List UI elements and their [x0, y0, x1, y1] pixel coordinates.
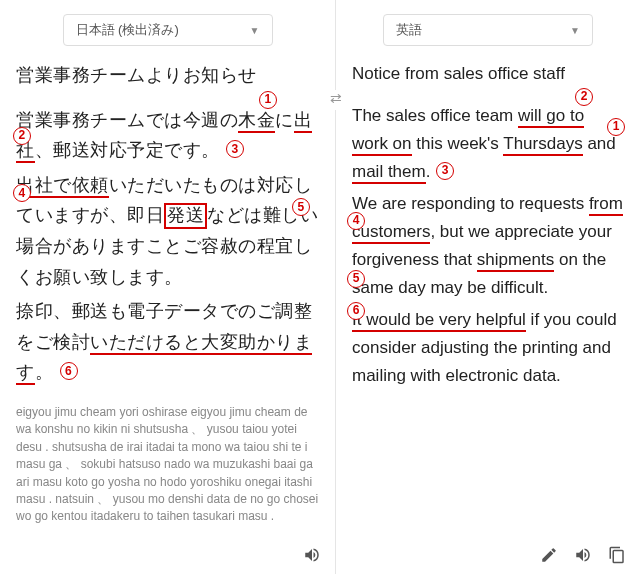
speaker-icon[interactable] [303, 546, 321, 564]
annotation-1r: 1 [607, 118, 625, 136]
target-para-3: 6 It would be very helpful if you could … [352, 306, 624, 390]
pencil-icon[interactable] [540, 546, 558, 564]
romaji-text: eigyou jimu cheam yori oshirase eigyou j… [16, 404, 319, 526]
annotation-6: 6 [60, 362, 78, 380]
annotation-2r: 2 [575, 88, 593, 106]
chevron-down-icon: ▼ [250, 25, 260, 36]
annotation-2: 2 [13, 127, 31, 145]
source-para-3: 捺印、郵送も電子データでのご調整をご検討いただけると大変助かります。 6 [16, 296, 319, 388]
source-para-2: 4 出社で依頼いただいたものは対応していますが、即日発送などは難しい場合がありま… [16, 170, 319, 292]
source-pane: 日本語 (検出済み) ▼ 営業事務チームよりお知らせ 営業事務チームでは今週の木… [0, 0, 335, 574]
underline-1: 木金 [238, 110, 275, 133]
annotation-1: 1 [259, 91, 277, 109]
target-title: Notice from sales office staff [352, 60, 624, 88]
box-5: 発送 [164, 203, 207, 229]
target-language-label: 英語 [396, 21, 422, 39]
source-language-select[interactable]: 日本語 (検出済み) ▼ [63, 14, 273, 46]
target-text: Notice from sales office staff The sales… [352, 60, 624, 395]
target-para-2: We are responding to requests from custo… [352, 190, 624, 302]
source-para-1: 営業事務チームでは今週の木金に出社、郵送対応予定です。 3 1 2 [16, 105, 319, 166]
speaker-icon[interactable] [574, 546, 592, 564]
annotation-3: 3 [226, 140, 244, 158]
annotation-4: 4 [13, 184, 31, 202]
copy-icon[interactable] [608, 546, 626, 564]
annotation-3r: 3 [436, 162, 454, 180]
source-title: 営業事務チームよりお知らせ [16, 60, 319, 91]
annotation-5: 5 [292, 198, 310, 216]
swap-languages-button[interactable]: ⇄ [326, 90, 346, 110]
source-text: 営業事務チームよりお知らせ 営業事務チームでは今週の木金に出社、郵送対応予定です… [16, 60, 319, 392]
target-pane: 英語 ▼ Notice from sales office staff The … [335, 0, 640, 574]
chevron-down-icon: ▼ [570, 25, 580, 36]
source-language-label: 日本語 (検出済み) [76, 21, 179, 39]
target-para-1: The sales office team will go to work on… [352, 102, 624, 186]
target-language-select[interactable]: 英語 ▼ [383, 14, 593, 46]
